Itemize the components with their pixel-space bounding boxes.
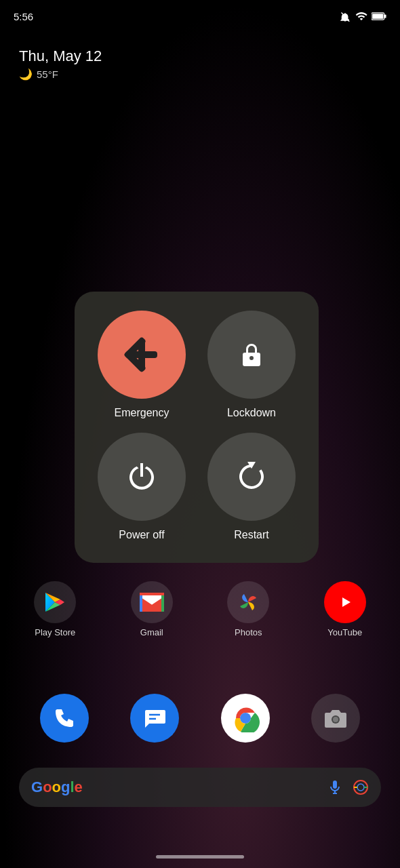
lock-icon	[235, 338, 268, 371]
photos-label: Photos	[235, 627, 262, 637]
power-off-button[interactable]: Power off	[94, 433, 190, 541]
status-icons	[339, 10, 386, 22]
svg-rect-10	[161, 593, 164, 612]
search-bar[interactable]: Google	[19, 768, 381, 807]
restart-circle	[207, 433, 296, 521]
lockdown-button[interactable]: Lockdown	[203, 311, 300, 419]
svg-point-22	[357, 784, 364, 791]
battery-icon	[372, 12, 386, 21]
youtube-icon	[324, 581, 366, 623]
status-time: 5:56	[14, 11, 33, 22]
google-logo: Google	[31, 778, 83, 796]
date-weather: Thu, May 12 🌙 55°F	[19, 47, 102, 81]
emergency-circle	[98, 311, 186, 399]
svg-rect-11	[140, 593, 164, 595]
play-store-logo	[43, 590, 67, 614]
status-bar: 5:56	[0, 0, 400, 33]
emergency-button[interactable]: Emergency	[94, 311, 190, 419]
home-item-chrome[interactable]	[221, 694, 270, 743]
search-bar-icons	[327, 779, 369, 795]
play-store-label: Play Store	[35, 627, 75, 637]
dock-item-photos[interactable]: Photos	[227, 581, 269, 637]
home-row	[0, 694, 400, 743]
home-item-camera[interactable]	[311, 694, 360, 743]
lockdown-label: Lockdown	[227, 407, 276, 419]
phone-icon	[40, 694, 89, 743]
youtube-label: YouTube	[327, 627, 362, 637]
messages-logo	[142, 706, 167, 730]
chrome-icon	[221, 694, 270, 743]
mic-icon[interactable]	[327, 779, 343, 795]
home-indicator	[156, 855, 244, 859]
date-display: Thu, May 12	[19, 47, 102, 65]
home-item-phone[interactable]	[40, 694, 89, 743]
messages-icon	[130, 694, 179, 743]
mute-icon	[339, 10, 351, 22]
emergency-icon	[123, 336, 160, 373]
restart-button[interactable]: Restart	[203, 433, 300, 541]
svg-rect-2	[372, 14, 383, 19]
phone-logo	[52, 706, 77, 730]
photos-logo	[236, 590, 260, 614]
poweroff-label: Power off	[119, 529, 164, 541]
svg-point-20	[333, 717, 338, 722]
lockdown-circle	[207, 311, 296, 399]
svg-rect-1	[384, 14, 386, 18]
youtube-logo	[333, 593, 357, 611]
dock-row: Play Store Gmail Photos	[0, 581, 400, 637]
restart-label: Restart	[234, 529, 269, 541]
power-menu: Emergency Lockdown Power off	[75, 292, 319, 563]
gmail-label: Gmail	[140, 627, 163, 637]
temperature-display: 55°F	[37, 68, 58, 80]
gmail-icon	[131, 581, 173, 623]
wifi-icon	[355, 10, 367, 22]
dock-item-play-store[interactable]: Play Store	[34, 581, 76, 637]
power-icon	[124, 459, 159, 494]
home-item-messages[interactable]	[130, 694, 179, 743]
camera-icon	[311, 694, 360, 743]
chrome-logo	[231, 704, 260, 732]
moon-icon: 🌙	[19, 68, 33, 81]
restart-icon	[234, 459, 269, 494]
emergency-label: Emergency	[115, 407, 169, 419]
weather-row: 🌙 55°F	[19, 68, 102, 81]
dock-item-gmail[interactable]: Gmail	[131, 581, 173, 637]
camera-logo	[323, 706, 348, 730]
svg-rect-9	[140, 593, 142, 612]
photos-icon	[227, 581, 269, 623]
lens-icon[interactable]	[353, 779, 369, 795]
svg-point-18	[241, 714, 249, 722]
gmail-logo	[140, 593, 164, 612]
play-store-icon	[34, 581, 76, 623]
dock-item-youtube[interactable]: YouTube	[324, 581, 366, 637]
poweroff-circle	[98, 433, 186, 521]
